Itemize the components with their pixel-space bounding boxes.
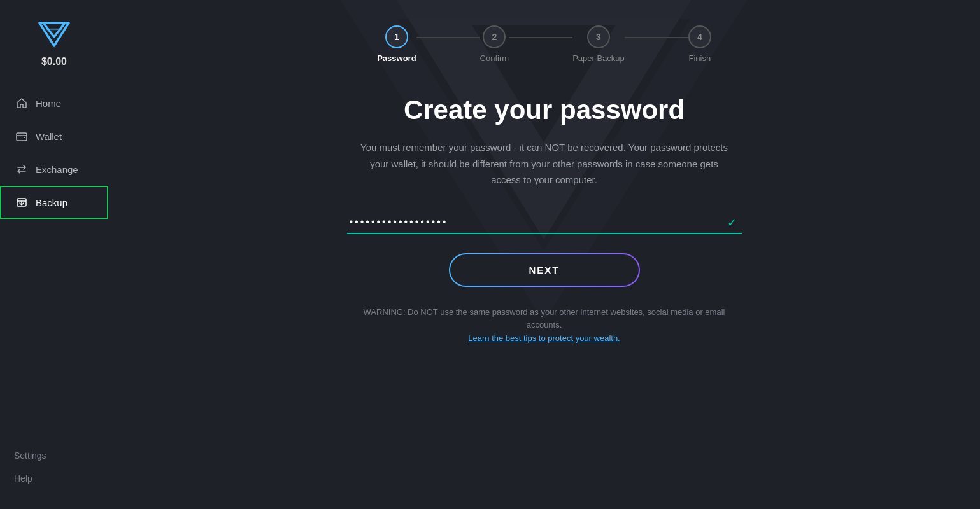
- home-icon: [15, 97, 28, 109]
- main-content: 1 Password 2 Confirm 3 Paper Backup 4 Fi…: [108, 0, 980, 509]
- page-description: You must remember your password - it can…: [360, 139, 729, 188]
- warning-text: WARNING: Do NOT use the same password as…: [347, 306, 742, 345]
- sidebar-item-exchange[interactable]: Exchange: [0, 153, 108, 186]
- step-2: 2 Confirm: [480, 25, 509, 63]
- step-line-3-4: [625, 37, 688, 38]
- page-content: Create your password You must remember y…: [347, 95, 742, 345]
- sidebar-settings[interactable]: Settings: [0, 444, 108, 467]
- step-1-circle: 1: [385, 25, 408, 48]
- page-title: Create your password: [404, 95, 685, 125]
- sidebar-item-backup[interactable]: Backup: [0, 186, 108, 219]
- warning-message: WARNING: Do NOT use the same password as…: [364, 307, 725, 330]
- sidebar-item-wallet-label: Wallet: [36, 131, 62, 142]
- sidebar-item-home[interactable]: Home: [0, 87, 108, 120]
- app-logo-icon: [37, 18, 71, 52]
- next-button[interactable]: NEXT: [449, 253, 640, 287]
- sidebar-logo: $0.00: [0, 0, 108, 80]
- step-3-circle: 3: [587, 25, 610, 48]
- svg-rect-3: [17, 133, 27, 141]
- password-input-container: ✓: [347, 211, 742, 234]
- sidebar: $0.00 Home Wallet: [0, 0, 108, 509]
- sidebar-item-backup-label: Backup: [36, 197, 67, 208]
- sidebar-item-exchange-label: Exchange: [36, 164, 78, 175]
- sidebar-help[interactable]: Help: [0, 467, 108, 490]
- check-icon: ✓: [727, 216, 737, 230]
- step-4-circle: 4: [688, 25, 711, 48]
- step-3-label: Paper Backup: [572, 53, 625, 63]
- step-3: 3 Paper Backup: [572, 25, 625, 63]
- backup-icon: [15, 196, 28, 209]
- step-2-label: Confirm: [480, 53, 509, 63]
- svg-marker-0: [39, 23, 69, 46]
- step-1: 1 Password: [377, 25, 416, 63]
- step-1-label: Password: [377, 53, 416, 63]
- step-line-1-2: [416, 37, 480, 38]
- svg-rect-4: [24, 137, 25, 138]
- step-4-label: Finish: [688, 53, 711, 63]
- sidebar-item-home-label: Home: [36, 98, 61, 109]
- exchange-icon: [15, 163, 28, 176]
- step-4: 4 Finish: [688, 25, 711, 63]
- sidebar-item-wallet[interactable]: Wallet: [0, 120, 108, 153]
- password-input[interactable]: [347, 211, 742, 234]
- step-line-2-3: [509, 37, 572, 38]
- warning-link[interactable]: Learn the best tips to protect your weal…: [468, 333, 620, 343]
- wallet-icon: [15, 130, 28, 143]
- wallet-balance: $0.00: [41, 56, 67, 67]
- step-2-circle: 2: [483, 25, 506, 48]
- sidebar-nav: Home Wallet Exchange: [0, 87, 108, 444]
- sidebar-bottom: Settings Help: [0, 444, 108, 509]
- steps-container: 1 Password 2 Confirm 3 Paper Backup 4 Fi…: [322, 0, 767, 95]
